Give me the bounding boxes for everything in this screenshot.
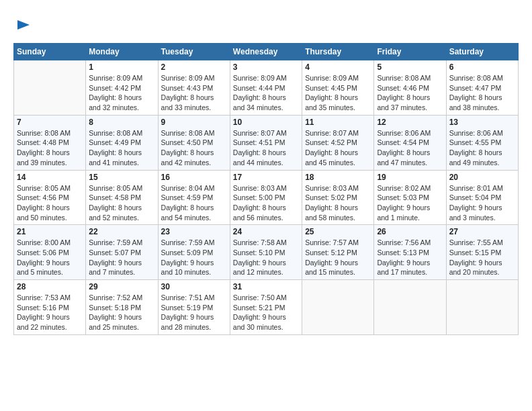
daylight-text: Daylight: 8 hours	[17, 148, 83, 158]
daylight-text: Daylight: 8 hours	[305, 148, 371, 158]
sunset-text: Sunset: 5:16 PM	[17, 303, 83, 313]
sunset-text: Sunset: 4:43 PM	[161, 83, 227, 93]
day-info: Sunrise: 7:55 AMSunset: 5:15 PMDaylight:…	[449, 238, 515, 277]
day-cell	[302, 280, 374, 335]
day-number: 1	[89, 62, 154, 72]
daylight-text: Daylight: 9 hours	[377, 203, 443, 213]
sunset-text: Sunset: 5:06 PM	[17, 248, 83, 258]
day-info: Sunrise: 8:02 AMSunset: 5:03 PMDaylight:…	[377, 183, 443, 223]
day-info: Sunrise: 8:08 AMSunset: 4:49 PMDaylight:…	[89, 128, 154, 168]
day-cell: 5Sunrise: 8:08 AMSunset: 4:46 PMDaylight…	[374, 60, 446, 116]
weekday-header-monday: Monday	[86, 44, 158, 60]
sunset-text: Sunset: 5:19 PM	[161, 303, 227, 313]
day-number: 6	[449, 62, 515, 72]
page: SundayMondayTuesdayWednesdayThursdayFrid…	[0, 0, 532, 342]
sunset-text: Sunset: 5:18 PM	[89, 303, 154, 313]
daylight-text: Daylight: 8 hours	[377, 93, 443, 103]
day-info: Sunrise: 8:04 AMSunset: 4:59 PMDaylight:…	[161, 183, 227, 223]
day-number: 30	[161, 282, 227, 291]
day-info: Sunrise: 7:56 AMSunset: 5:13 PMDaylight:…	[377, 238, 443, 277]
daylight-text: Daylight: 8 hours	[161, 148, 227, 158]
daylight-minutes-text: and 52 minutes.	[89, 213, 154, 223]
sunrise-text: Sunrise: 8:07 AM	[305, 128, 371, 138]
daylight-minutes-text: and 20 minutes.	[449, 267, 515, 277]
daylight-minutes-text: and 5 minutes.	[17, 267, 83, 277]
sunset-text: Sunset: 5:04 PM	[449, 193, 515, 203]
sunset-text: Sunset: 4:52 PM	[305, 138, 371, 148]
sunrise-text: Sunrise: 8:08 AM	[449, 73, 515, 83]
sunrise-text: Sunrise: 8:06 AM	[377, 128, 443, 138]
day-cell	[14, 60, 86, 116]
daylight-text: Daylight: 9 hours	[89, 258, 154, 268]
day-cell: 27Sunrise: 7:55 AMSunset: 5:15 PMDayligh…	[446, 225, 518, 280]
day-info: Sunrise: 8:05 AMSunset: 4:56 PMDaylight:…	[17, 183, 83, 223]
day-info: Sunrise: 8:07 AMSunset: 4:52 PMDaylight:…	[305, 128, 371, 168]
sunset-text: Sunset: 4:51 PM	[233, 138, 299, 148]
sunset-text: Sunset: 5:03 PM	[377, 193, 443, 203]
sunset-text: Sunset: 4:45 PM	[305, 83, 371, 93]
logo-arrow-icon	[16, 17, 31, 32]
sunrise-text: Sunrise: 7:52 AM	[89, 293, 154, 303]
sunrise-text: Sunrise: 8:04 AM	[161, 183, 227, 193]
daylight-text: Daylight: 9 hours	[449, 258, 515, 268]
day-info: Sunrise: 8:06 AMSunset: 4:55 PMDaylight:…	[449, 128, 515, 168]
daylight-minutes-text: and 58 minutes.	[305, 213, 371, 223]
sunrise-text: Sunrise: 8:08 AM	[17, 128, 83, 138]
sunset-text: Sunset: 5:02 PM	[305, 193, 371, 203]
day-number: 9	[161, 118, 227, 127]
daylight-minutes-text: and 10 minutes.	[161, 267, 227, 277]
daylight-text: Daylight: 9 hours	[377, 258, 443, 268]
daylight-minutes-text: and 54 minutes.	[161, 213, 227, 223]
day-number: 21	[17, 227, 83, 236]
sunrise-text: Sunrise: 8:02 AM	[377, 183, 443, 193]
daylight-minutes-text: and 28 minutes.	[161, 322, 227, 332]
sunset-text: Sunset: 5:07 PM	[89, 248, 154, 258]
daylight-text: Daylight: 9 hours	[449, 203, 515, 213]
sunset-text: Sunset: 5:13 PM	[377, 248, 443, 258]
day-cell: 6Sunrise: 8:08 AMSunset: 4:47 PMDaylight…	[446, 60, 518, 116]
daylight-minutes-text: and 17 minutes.	[377, 267, 443, 277]
daylight-text: Daylight: 9 hours	[17, 312, 83, 322]
day-info: Sunrise: 8:03 AMSunset: 5:00 PMDaylight:…	[233, 183, 299, 223]
sunrise-text: Sunrise: 7:51 AM	[161, 293, 227, 303]
day-number: 7	[17, 118, 83, 127]
day-number: 12	[377, 118, 443, 127]
day-number: 5	[377, 62, 443, 72]
day-cell: 4Sunrise: 8:09 AMSunset: 4:45 PMDaylight…	[302, 60, 374, 116]
daylight-minutes-text: and 15 minutes.	[305, 267, 371, 277]
daylight-text: Daylight: 8 hours	[449, 93, 515, 103]
day-cell: 28Sunrise: 7:53 AMSunset: 5:16 PMDayligh…	[14, 280, 86, 335]
daylight-text: Daylight: 8 hours	[377, 148, 443, 158]
day-info: Sunrise: 8:08 AMSunset: 4:46 PMDaylight:…	[377, 73, 443, 113]
sunrise-text: Sunrise: 8:03 AM	[233, 183, 299, 193]
sunrise-text: Sunrise: 8:00 AM	[17, 238, 83, 248]
daylight-text: Daylight: 8 hours	[161, 93, 227, 103]
daylight-text: Daylight: 8 hours	[161, 203, 227, 213]
daylight-text: Daylight: 8 hours	[233, 148, 299, 158]
sunrise-text: Sunrise: 8:05 AM	[89, 183, 154, 193]
sunset-text: Sunset: 4:58 PM	[89, 193, 154, 203]
day-info: Sunrise: 7:52 AMSunset: 5:18 PMDaylight:…	[89, 293, 154, 332]
daylight-text: Daylight: 8 hours	[305, 93, 371, 103]
day-cell: 3Sunrise: 8:09 AMSunset: 4:44 PMDaylight…	[230, 60, 302, 116]
sunset-text: Sunset: 4:42 PM	[89, 83, 154, 93]
daylight-text: Daylight: 8 hours	[449, 148, 515, 158]
day-number: 29	[89, 282, 154, 291]
day-number: 24	[233, 227, 299, 236]
sunset-text: Sunset: 5:10 PM	[233, 248, 299, 258]
daylight-text: Daylight: 9 hours	[233, 258, 299, 268]
daylight-text: Daylight: 8 hours	[17, 203, 83, 213]
day-cell: 22Sunrise: 7:59 AMSunset: 5:07 PMDayligh…	[86, 225, 158, 280]
day-info: Sunrise: 8:07 AMSunset: 4:51 PMDaylight:…	[233, 128, 299, 168]
day-number: 17	[233, 173, 299, 182]
daylight-minutes-text: and 37 minutes.	[377, 103, 443, 113]
day-number: 2	[161, 62, 227, 72]
svg-marker-0	[17, 20, 30, 30]
weekday-header-row: SundayMondayTuesdayWednesdayThursdayFrid…	[14, 44, 519, 60]
sunset-text: Sunset: 5:21 PM	[233, 303, 299, 313]
day-number: 28	[17, 282, 83, 291]
week-row-2: 7Sunrise: 8:08 AMSunset: 4:48 PMDaylight…	[14, 115, 519, 170]
day-info: Sunrise: 8:00 AMSunset: 5:06 PMDaylight:…	[17, 238, 83, 277]
day-cell: 24Sunrise: 7:58 AMSunset: 5:10 PMDayligh…	[230, 225, 302, 280]
sunrise-text: Sunrise: 8:08 AM	[161, 128, 227, 138]
